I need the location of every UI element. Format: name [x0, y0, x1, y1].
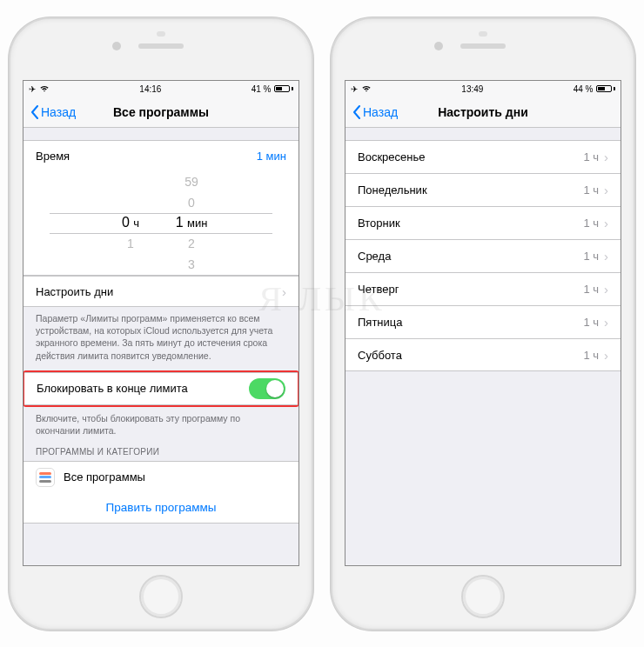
- status-time: 14:16: [139, 84, 161, 94]
- day-row[interactable]: Вторник1 ч›: [345, 206, 621, 239]
- phone-left: ✈ 14:16 41 % Назад Все программы: [9, 17, 313, 630]
- airplane-icon: ✈: [29, 84, 36, 94]
- battery-percent: 44 %: [574, 84, 594, 94]
- day-value: 1 ч: [583, 250, 599, 263]
- speaker: [138, 43, 184, 49]
- day-value: 1 ч: [583, 150, 599, 163]
- edit-programs-link[interactable]: Править программы: [23, 492, 299, 524]
- chevron-right-icon: ›: [604, 249, 608, 263]
- days-list: Воскресенье1 ч›Понедельник1 ч›Вторник1 ч…: [345, 140, 621, 371]
- phone-right: ✈ 13:49 44 % Назад Настроить дни: [331, 17, 635, 630]
- airplane-icon: ✈: [351, 84, 358, 94]
- customize-days-label: Настроить дни: [36, 285, 113, 298]
- day-row[interactable]: Четверг1 ч›: [345, 272, 621, 305]
- chevron-right-icon: ›: [282, 284, 286, 299]
- battery-icon: [274, 85, 293, 92]
- day-value: 1 ч: [583, 217, 599, 230]
- front-camera: [112, 42, 121, 50]
- status-time: 13:49: [461, 84, 483, 94]
- wifi-icon: [39, 84, 50, 94]
- day-value: 1 ч: [583, 349, 599, 362]
- speaker: [460, 43, 506, 49]
- content[interactable]: Воскресенье1 ч›Понедельник1 ч›Вторник1 ч…: [345, 128, 621, 565]
- highlight-box: Блокировать в конце лимита: [23, 370, 299, 407]
- picker-hours[interactable]: 0 ч 1: [100, 171, 161, 275]
- day-name: Пятница: [358, 316, 402, 329]
- chevron-right-icon: ›: [604, 150, 608, 164]
- screen-right: ✈ 13:49 44 % Назад Настроить дни: [345, 80, 621, 566]
- app-row-label: Все программы: [64, 470, 145, 484]
- footer-text-2: Включите, чтобы блокировать эту программ…: [23, 407, 299, 438]
- day-value: 1 ч: [583, 316, 599, 329]
- block-toggle[interactable]: [249, 378, 285, 399]
- day-name: Суббота: [358, 349, 402, 362]
- day-row[interactable]: Воскресенье1 ч›: [345, 140, 621, 173]
- day-row[interactable]: Суббота1 ч›: [345, 338, 621, 371]
- block-label: Блокировать в конце лимита: [37, 382, 188, 395]
- time-value: 1 мин: [257, 150, 286, 163]
- back-button[interactable]: Назад: [30, 105, 76, 119]
- section-header: ПРОГРАММЫ И КАТЕГОРИИ: [23, 438, 299, 461]
- day-name: Понедельник: [358, 183, 427, 197]
- day-name: Воскресенье: [358, 150, 425, 163]
- content[interactable]: Время 1 мин 0 ч 1 59 0 1 мин: [23, 128, 299, 565]
- chevron-right-icon: ›: [604, 315, 608, 330]
- battery-icon: [596, 85, 615, 92]
- wifi-icon: [361, 84, 372, 94]
- time-label: Время: [36, 150, 70, 163]
- day-row[interactable]: Понедельник1 ч›: [345, 173, 621, 206]
- chevron-right-icon: ›: [604, 348, 608, 363]
- chevron-right-icon: ›: [604, 183, 608, 197]
- battery-percent: 41 %: [252, 84, 272, 94]
- day-name: Вторник: [358, 217, 400, 230]
- chevron-right-icon: ›: [604, 282, 608, 297]
- back-label: Назад: [41, 105, 76, 119]
- home-button[interactable]: [461, 575, 505, 618]
- back-label: Назад: [363, 105, 398, 119]
- chevron-left-icon: [352, 105, 361, 119]
- status-bar: ✈ 13:49 44 %: [345, 81, 621, 97]
- day-value: 1 ч: [583, 283, 599, 296]
- front-camera: [434, 42, 443, 50]
- back-button[interactable]: Назад: [352, 105, 398, 119]
- nav-bar: Назад Все программы: [23, 97, 299, 128]
- nav-bar: Назад Настроить дни: [345, 97, 621, 128]
- footer-text-1: Параметр «Лимиты программ» применяется к…: [23, 307, 299, 364]
- sensor: [157, 31, 165, 37]
- home-button[interactable]: [139, 575, 183, 618]
- customize-days-row[interactable]: Настроить дни ›: [23, 276, 299, 307]
- day-name: Четверг: [358, 283, 399, 296]
- status-bar: ✈ 14:16 41 %: [23, 81, 299, 97]
- time-row[interactable]: Время 1 мин: [23, 140, 299, 171]
- screen-left: ✈ 14:16 41 % Назад Все программы: [23, 80, 299, 566]
- app-categories-row[interactable]: Все программы: [23, 461, 299, 492]
- day-row[interactable]: Среда1 ч›: [345, 239, 621, 272]
- chevron-left-icon: [30, 105, 39, 119]
- day-value: 1 ч: [583, 183, 599, 197]
- day-row[interactable]: Пятница1 ч›: [345, 305, 621, 338]
- layers-icon: [36, 468, 55, 487]
- time-picker[interactable]: 0 ч 1 59 0 1 мин 2 3: [23, 171, 299, 276]
- day-name: Среда: [358, 250, 391, 263]
- chevron-right-icon: ›: [604, 216, 608, 230]
- picker-minutes[interactable]: 59 0 1 мин 2 3: [161, 171, 222, 275]
- block-at-limit-row[interactable]: Блокировать в конце лимита: [24, 372, 298, 405]
- sensor: [479, 31, 487, 37]
